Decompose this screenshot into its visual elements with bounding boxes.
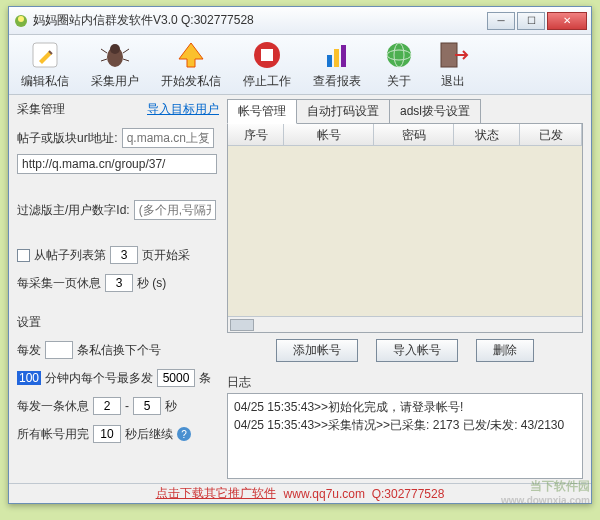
footer-site: www.qq7u.com [284, 487, 365, 501]
toolbar-about[interactable]: 关于 [379, 37, 419, 92]
svg-rect-12 [334, 49, 339, 67]
th-account[interactable]: 帐号 [284, 124, 374, 145]
table-body [228, 146, 582, 316]
import-target-link[interactable]: 导入目标用户 [147, 101, 219, 118]
add-account-button[interactable]: 添加帐号 [276, 339, 358, 362]
log-section: 日志 04/25 15:35:43>>初始化完成，请登录帐号! 04/25 15… [227, 372, 583, 479]
min-input[interactable] [157, 369, 195, 387]
svg-line-6 [123, 49, 129, 53]
allacct-input[interactable] [93, 425, 121, 443]
close-button[interactable]: ✕ [547, 12, 587, 30]
url-input[interactable] [17, 154, 217, 174]
from-page-checkbox[interactable] [17, 249, 30, 262]
rest-prefix: 每发一条休息 [17, 398, 89, 415]
bug-icon [99, 39, 131, 71]
svg-point-14 [387, 43, 411, 67]
scroll-thumb[interactable] [230, 319, 254, 331]
log-line: 04/25 15:35:43>>初始化完成，请登录帐号! [234, 398, 576, 416]
collect-rest-suffix: 秒 (s) [137, 275, 166, 292]
tabs: 帐号管理 自动打码设置 adsl拨号设置 [227, 99, 583, 124]
rest-dash: - [125, 399, 129, 413]
svg-point-1 [18, 16, 24, 22]
url-row: 帖子或版块url地址: [17, 128, 219, 148]
min-hl: 100 [17, 371, 41, 385]
collect-title: 采集管理 [17, 101, 65, 118]
window-buttons: ─ ☐ ✕ [485, 12, 587, 30]
scrollbar-x[interactable] [228, 316, 582, 332]
left-panel: 采集管理 导入目标用户 帖子或版块url地址: 过滤版主/用户数字Id: 从帖子… [9, 95, 227, 483]
tab-autocode[interactable]: 自动打码设置 [296, 99, 390, 124]
collect-rest-prefix: 每采集一页休息 [17, 275, 101, 292]
table-head: 序号 帐号 密码 状态 已发 [228, 124, 582, 146]
delete-button[interactable]: 删除 [476, 339, 534, 362]
svg-rect-10 [261, 49, 273, 61]
toolbar-collect-user[interactable]: 采集用户 [87, 37, 143, 92]
pencil-icon [29, 39, 61, 71]
min-prefix: 分钟内每个号最多发 [45, 370, 153, 387]
toolbar-start-send[interactable]: 开始发私信 [157, 37, 225, 92]
tab-adsl[interactable]: adsl拨号设置 [389, 99, 481, 124]
min-suffix: 条 [199, 370, 211, 387]
svg-line-7 [101, 59, 107, 61]
svg-rect-11 [327, 55, 332, 67]
settings-title: 设置 [17, 314, 219, 331]
per-send-prefix: 每发 [17, 342, 41, 359]
titlebar: 妈妈圈站内信群发软件V3.0 Q:302777528 ─ ☐ ✕ [9, 7, 591, 35]
th-status[interactable]: 状态 [454, 124, 520, 145]
collect-header: 采集管理 导入目标用户 [17, 101, 219, 118]
app-window: 妈妈圈站内信群发软件V3.0 Q:302777528 ─ ☐ ✕ 编辑私信 采集… [8, 6, 592, 504]
minimize-button[interactable]: ─ [487, 12, 515, 30]
import-account-button[interactable]: 导入帐号 [376, 339, 458, 362]
filter-row: 过滤版主/用户数字Id: [17, 200, 219, 220]
log-label: 日志 [227, 372, 583, 393]
rest-from-input[interactable] [93, 397, 121, 415]
min-row: 100 分钟内每个号最多发 条 [17, 369, 219, 387]
per-send-input[interactable] [45, 341, 73, 359]
rest-suffix: 秒 [165, 398, 177, 415]
log-box: 04/25 15:35:43>>初始化完成，请登录帐号! 04/25 15:35… [227, 393, 583, 479]
toolbar-exit[interactable]: 退出 [433, 37, 473, 92]
allacct-suffix: 秒后继续 [125, 426, 173, 443]
stop-icon [251, 39, 283, 71]
send-icon [175, 39, 207, 71]
url-hint-input[interactable] [122, 128, 214, 148]
tab-account[interactable]: 帐号管理 [227, 99, 297, 124]
filter-input[interactable] [134, 200, 216, 220]
per-send-suffix: 条私信换下个号 [77, 342, 161, 359]
from-page-prefix: 从帖子列表第 [34, 247, 106, 264]
th-password[interactable]: 密码 [374, 124, 454, 145]
footer-link[interactable]: 点击下载其它推广软件 [156, 485, 276, 502]
allacct-row: 所有帐号用完 秒后继续 ? [17, 425, 219, 443]
from-page-suffix: 页开始采 [142, 247, 190, 264]
footer-qq: Q:302777528 [372, 487, 445, 501]
filter-label: 过滤版主/用户数字Id: [17, 202, 130, 219]
svg-rect-13 [341, 45, 346, 67]
rest-to-input[interactable] [133, 397, 161, 415]
watermark: 当下软件园 www.downxia.com [501, 478, 590, 506]
watermark-sub: www.downxia.com [501, 495, 590, 506]
th-sent[interactable]: 已发 [520, 124, 582, 145]
toolbar-edit-msg[interactable]: 编辑私信 [17, 37, 73, 92]
svg-point-4 [110, 44, 120, 54]
account-buttons: 添加帐号 导入帐号 删除 [227, 333, 583, 368]
per-send-row: 每发 条私信换下个号 [17, 341, 219, 359]
svg-line-8 [123, 59, 129, 61]
globe-icon [383, 39, 415, 71]
svg-rect-17 [441, 43, 457, 67]
collect-rest-input[interactable] [105, 274, 133, 292]
chart-icon [321, 39, 353, 71]
toolbar-report[interactable]: 查看报表 [309, 37, 365, 92]
from-page-row: 从帖子列表第 页开始采 [17, 246, 219, 264]
collect-rest-row: 每采集一页休息 秒 (s) [17, 274, 219, 292]
maximize-button[interactable]: ☐ [517, 12, 545, 30]
tab-body: 序号 帐号 密码 状态 已发 [227, 123, 583, 333]
allacct-prefix: 所有帐号用完 [17, 426, 89, 443]
svg-line-5 [101, 49, 107, 53]
window-title: 妈妈圈站内信群发软件V3.0 Q:302777528 [33, 12, 485, 29]
url-label: 帖子或版块url地址: [17, 130, 118, 147]
help-icon[interactable]: ? [177, 427, 191, 441]
th-index[interactable]: 序号 [228, 124, 284, 145]
from-page-input[interactable] [110, 246, 138, 264]
watermark-main: 当下软件园 [501, 478, 590, 495]
toolbar-stop[interactable]: 停止工作 [239, 37, 295, 92]
